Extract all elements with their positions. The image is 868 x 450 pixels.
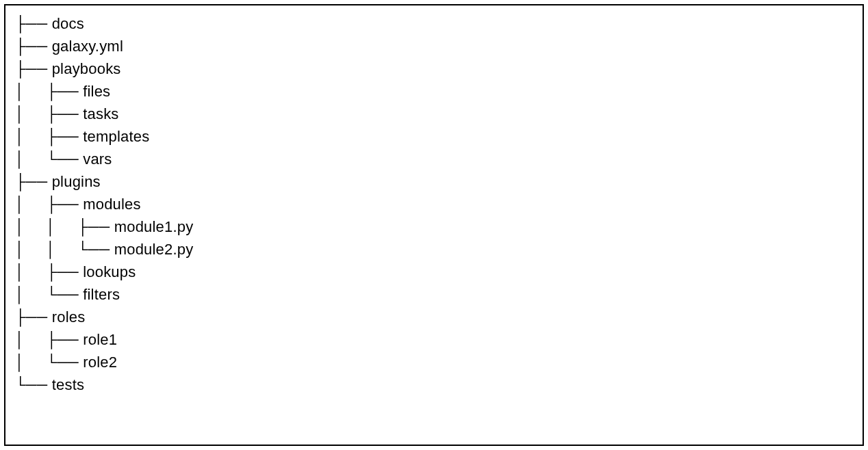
tree-label: vars [83,150,112,168]
tree-prefix: ├── [15,15,52,32]
tree-prefix: │ │ └── [15,241,114,258]
tree-prefix: │ ├── [15,331,83,348]
tree-prefix: │ ├── [15,128,83,145]
tree-line: │ └── filters [15,283,853,306]
tree-line: │ └── role2 [15,351,853,373]
tree-label: lookups [83,263,136,280]
tree-prefix: ├── [15,60,52,77]
tree-prefix: │ └── [15,354,83,371]
tree-prefix: ├── [15,38,52,55]
tree-line: │ ├── modules [15,193,853,215]
tree-line: │ ├── tasks [15,103,853,125]
tree-line: ├── roles [15,306,853,328]
tree-label: docs [52,15,84,32]
tree-line: │ │ └── module2.py [15,238,853,261]
tree-line: │ ├── role1 [15,328,853,351]
tree-prefix: │ ├── [15,263,83,280]
tree-label: tests [52,376,84,393]
tree-line: ├── galaxy.yml [15,35,853,57]
tree-label: module2.py [114,241,194,258]
tree-label: plugins [52,173,101,190]
tree-label: module1.py [114,218,194,235]
tree-prefix: │ ├── [15,196,83,213]
tree-line: └── tests [15,373,853,396]
tree-line: │ ├── files [15,80,853,103]
tree-prefix: │ ├── [15,105,83,122]
tree-line: ├── playbooks [15,57,853,80]
tree-prefix: ├── [15,308,52,326]
tree-prefix: │ └── [15,286,83,303]
tree-label: modules [83,196,141,213]
tree-label: role2 [83,354,117,371]
tree-line: │ │ ├── module1.py [15,215,853,238]
tree-line: │ ├── templates [15,125,853,148]
tree-label: role1 [83,331,117,348]
tree-prefix: └── [15,376,52,393]
tree-label: galaxy.yml [52,38,123,55]
tree-label: filters [83,286,120,303]
directory-tree-container: ├── docs ├── galaxy.yml ├── playbooks │ … [4,4,864,446]
tree-label: files [83,83,110,100]
tree-prefix: │ └── [15,150,83,168]
tree-label: playbooks [52,60,121,77]
tree-label: templates [83,128,149,145]
tree-prefix: ├── [15,173,52,190]
tree-label: tasks [83,105,118,122]
tree-line: │ ├── lookups [15,261,853,283]
tree-prefix: │ │ ├── [15,218,114,235]
tree-line: ├── plugins [15,170,853,193]
tree-line: │ └── vars [15,148,853,170]
tree-line: ├── docs [15,12,853,35]
tree-prefix: │ ├── [15,83,83,100]
tree-label: roles [52,308,86,326]
